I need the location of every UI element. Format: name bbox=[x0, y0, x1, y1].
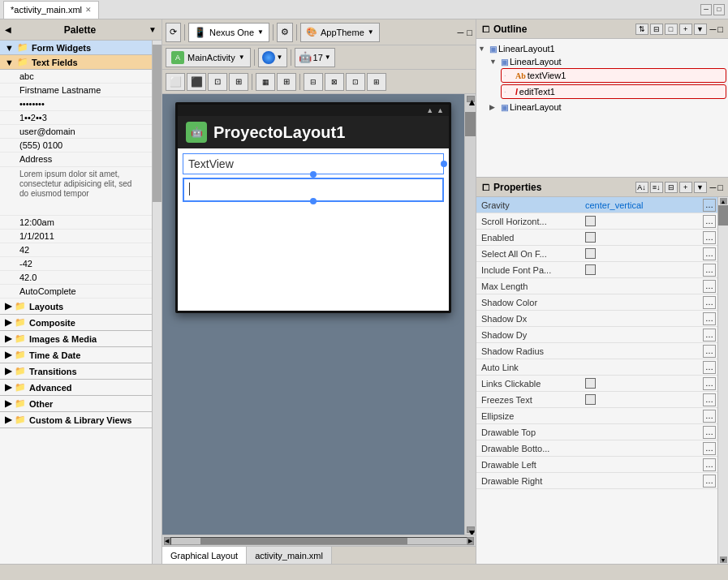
prop-row-shadow-color[interactable]: Shadow Color … bbox=[476, 294, 717, 311]
prop-check-include-font[interactable] bbox=[585, 264, 596, 275]
prop-maximize-btn[interactable]: □ bbox=[717, 183, 723, 192]
prop-minimize-btn[interactable]: ─ bbox=[710, 183, 717, 192]
screen-config-button[interactable]: ⚙ bbox=[277, 23, 293, 42]
prop-edit-freezes-text-btn[interactable]: … bbox=[703, 393, 716, 406]
outline-view-btn[interactable]: ▼ bbox=[694, 24, 707, 35]
outline-close-btn[interactable]: ─ bbox=[710, 24, 717, 34]
prop-edit-auto-link-btn[interactable]: … bbox=[703, 361, 716, 374]
prop-row-shadow-dx[interactable]: Shadow Dx … bbox=[476, 311, 717, 327]
palette-item-address[interactable]: Address bbox=[0, 153, 152, 167]
properties-scrollbar[interactable]: ▲ ▼ bbox=[717, 197, 728, 564]
zoom-in-btn[interactable]: ⊞ bbox=[229, 73, 248, 91]
prop-edit-max-length-btn[interactable]: … bbox=[703, 280, 716, 293]
prop-row-include-font[interactable]: Include Font Pa... … bbox=[476, 262, 717, 278]
outline-filter-btn[interactable]: ⊟ bbox=[650, 24, 663, 35]
outline-add-btn[interactable]: + bbox=[679, 24, 692, 35]
minimize-icon[interactable]: ─ bbox=[700, 4, 712, 15]
rotate-button[interactable]: ⟳ bbox=[166, 23, 181, 42]
prop-check-enabled[interactable] bbox=[585, 232, 596, 243]
layout-btn-1[interactable]: ▦ bbox=[256, 73, 275, 91]
edittext-widget[interactable] bbox=[183, 178, 444, 202]
panel-minimize-icon[interactable]: ─ bbox=[458, 28, 464, 37]
tree-item-edittext1[interactable]: · I editText1 bbox=[501, 84, 726, 99]
prop-row-drawable-top[interactable]: Drawable Top … bbox=[476, 424, 717, 440]
prop-edit-shadow-color-btn[interactable]: … bbox=[703, 296, 716, 309]
snap-btn[interactable]: ⊟ bbox=[304, 73, 323, 91]
palette-category-composite[interactable]: ▶ 📁 Composite bbox=[0, 315, 152, 331]
prop-row-max-length[interactable]: Max Length … bbox=[476, 278, 717, 294]
palette-category-other[interactable]: ▶ 📁 Other bbox=[0, 396, 152, 412]
tab-graphical-layout[interactable]: Graphical Layout bbox=[162, 547, 247, 564]
prop-add-btn[interactable]: + bbox=[679, 182, 692, 193]
palette-category-layouts[interactable]: ▶ 📁 Layouts bbox=[0, 299, 152, 315]
prop-edit-select-all-btn[interactable]: … bbox=[703, 247, 716, 260]
prop-edit-shadow-dy-btn[interactable]: … bbox=[703, 329, 716, 342]
expand-btn[interactable]: ⊞ bbox=[367, 73, 386, 91]
panel-maximize-icon[interactable]: □ bbox=[467, 28, 472, 37]
device-selector[interactable]: 📱 Nexus One ▼ bbox=[188, 23, 269, 42]
prop-edit-drawable-bottom-btn[interactable]: … bbox=[703, 442, 716, 455]
prop-row-drawable-right[interactable]: Drawable Right … bbox=[476, 473, 717, 489]
api-selector[interactable]: 🤖 17 ▼ bbox=[295, 48, 335, 67]
prop-row-auto-link[interactable]: Auto Link … bbox=[476, 359, 717, 376]
prop-edit-enabled-btn[interactable]: … bbox=[703, 231, 716, 244]
prop-row-shadow-radius[interactable]: Shadow Radius … bbox=[476, 343, 717, 359]
prop-edit-shadow-dx-btn[interactable]: … bbox=[703, 312, 716, 325]
editor-tab[interactable]: *activity_main.xml ✕ bbox=[3, 1, 99, 19]
textview-widget[interactable]: TextView bbox=[183, 153, 444, 174]
prop-check-freezes-text[interactable] bbox=[585, 394, 596, 405]
prop-edit-drawable-top-btn[interactable]: … bbox=[703, 426, 716, 439]
palette-item-int[interactable]: 42 bbox=[0, 243, 152, 257]
tab-activity-xml[interactable]: activity_main.xml bbox=[247, 547, 332, 564]
layout-btn-2[interactable]: ⊞ bbox=[277, 73, 296, 91]
palette-dropdown-btn[interactable]: ▼ bbox=[149, 25, 157, 34]
prop-row-gravity[interactable]: Gravity center_vertical … bbox=[476, 197, 717, 213]
prop-sort-cat-btn[interactable]: ≡↓ bbox=[650, 182, 663, 193]
prop-edit-gravity-btn[interactable]: … bbox=[703, 199, 716, 212]
palette-item-date[interactable]: 1/1/2011 bbox=[0, 230, 152, 243]
palette-scrollbar[interactable] bbox=[152, 41, 162, 564]
prop-row-enabled[interactable]: Enabled … bbox=[476, 230, 717, 246]
select-tool-btn[interactable]: ⬜ bbox=[166, 73, 185, 91]
tree-item-textview1[interactable]: · Ab textView1 bbox=[501, 68, 726, 83]
prop-edit-ellipsize-btn[interactable]: … bbox=[703, 410, 716, 423]
prop-row-freezes-text[interactable]: Freezes Text … bbox=[476, 392, 717, 408]
tree-item-linearlayout2[interactable]: ▶ ▣ LinearLayout bbox=[489, 101, 726, 114]
prop-edit-drawable-left-btn[interactable]: … bbox=[703, 458, 716, 471]
prop-check-select-all[interactable] bbox=[585, 248, 596, 259]
prop-row-drawable-bottom[interactable]: Drawable Botto... … bbox=[476, 440, 717, 457]
palette-category-custom[interactable]: ▶ 📁 Custom & Library Views bbox=[0, 412, 152, 428]
palette-category-images-media[interactable]: ▶ 📁 Images & Media bbox=[0, 331, 152, 347]
prop-edit-scroll-horiz-btn[interactable]: … bbox=[703, 215, 716, 228]
palette-item-abc[interactable]: abc bbox=[0, 70, 152, 84]
canvas-vscroll[interactable]: ▲ ▼ bbox=[464, 94, 476, 535]
palette-section-text-fields[interactable]: ▼ 📁 Text Fields bbox=[0, 55, 152, 70]
prop-edit-links-clickable-btn[interactable]: … bbox=[703, 377, 716, 390]
prop-sort-alpha-btn[interactable]: A↓ bbox=[635, 182, 648, 193]
palette-item-email[interactable]: user@domain bbox=[0, 125, 152, 139]
zoom-fit-btn[interactable]: ⊡ bbox=[208, 73, 227, 91]
palette-category-time-date[interactable]: ▶ 📁 Time & Date bbox=[0, 347, 152, 363]
prop-row-select-all[interactable]: Select All On F... … bbox=[476, 246, 717, 262]
maximize-icon[interactable]: □ bbox=[713, 4, 725, 15]
tree-item-linearlayout1[interactable]: ▼ ▣ LinearLayout1 bbox=[478, 42, 726, 55]
prop-row-ellipsize[interactable]: Ellipsize … bbox=[476, 408, 717, 424]
prop-check-scroll-horiz[interactable] bbox=[585, 216, 596, 226]
align-btn-2[interactable]: ⊡ bbox=[346, 73, 365, 91]
pan-tool-btn[interactable]: ⬛ bbox=[187, 73, 206, 91]
locale-selector[interactable]: ▼ bbox=[258, 48, 287, 67]
outline-sort-btn[interactable]: ⇅ bbox=[635, 24, 648, 35]
prop-row-scroll-horiz[interactable]: Scroll Horizont... … bbox=[476, 213, 717, 230]
activity-selector[interactable]: A MainActivity ▼ bbox=[166, 48, 251, 67]
palette-item-phone[interactable]: (555) 0100 bbox=[0, 139, 152, 153]
tab-close-icon[interactable]: ✕ bbox=[85, 6, 92, 14]
prop-edit-include-font-btn[interactable]: … bbox=[703, 264, 716, 277]
palette-category-advanced[interactable]: ▶ 📁 Advanced bbox=[0, 380, 152, 396]
prop-filter-btn[interactable]: ⊟ bbox=[665, 182, 678, 193]
prop-check-links-clickable[interactable] bbox=[585, 378, 596, 389]
palette-item-signed-int[interactable]: -42 bbox=[0, 257, 152, 271]
palette-collapse-btn[interactable]: ◀ bbox=[5, 25, 11, 34]
palette-item-time[interactable]: 12:00am bbox=[0, 216, 152, 230]
outline-collapse-btn[interactable]: □ bbox=[665, 24, 678, 35]
prop-row-shadow-dy[interactable]: Shadow Dy … bbox=[476, 327, 717, 343]
